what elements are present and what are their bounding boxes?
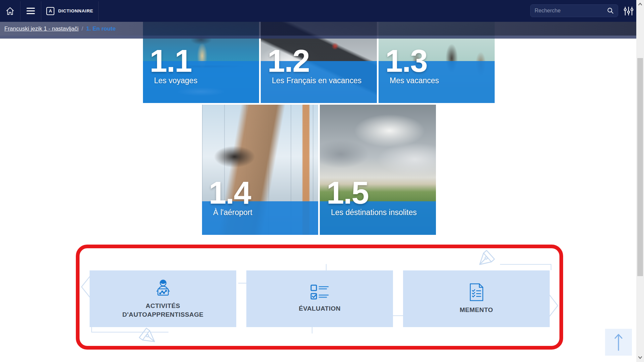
lesson-card[interactable]: 1.5 Les déstinations insolites xyxy=(320,105,436,235)
page: 1.1 Les voyages 1.2 Les Français en vaca… xyxy=(0,0,644,362)
lesson-card[interactable]: 1.4 À l'aéroport xyxy=(202,105,318,235)
navbar-divider xyxy=(98,1,99,20)
scroll-top-button[interactable] xyxy=(605,329,632,356)
lesson-title: À l'aéroport xyxy=(213,208,252,217)
action-label: ÉVALUATION xyxy=(299,304,341,313)
home-icon xyxy=(6,7,14,15)
scrollbar[interactable] xyxy=(636,0,644,362)
dictionary-a-icon: A xyxy=(46,7,54,15)
breadcrumb-bottom-strip xyxy=(0,36,636,39)
scrollbar-down-icon[interactable] xyxy=(636,354,644,361)
checklist-icon xyxy=(310,285,329,300)
menu-icon xyxy=(27,8,35,14)
dictionary-label: DICTIONNAIRE xyxy=(58,8,93,13)
action-label: MEMENTO xyxy=(460,306,493,314)
lesson-title: Mes vacances xyxy=(390,76,439,85)
deco-rectangle-outline xyxy=(91,327,168,332)
breadcrumb: Francuski jezik 1 - nastavljači / 1. En … xyxy=(0,22,636,36)
search-icon[interactable] xyxy=(607,7,614,14)
breadcrumb-separator: / xyxy=(82,25,83,32)
pen-nib-icon xyxy=(478,248,497,268)
student-tablet-icon xyxy=(153,278,173,297)
lesson-title: Les déstinations insolites xyxy=(331,208,417,217)
scrollbar-thumb[interactable] xyxy=(637,58,643,276)
dictionary-button[interactable]: A DICTIONNAIRE xyxy=(41,0,98,22)
lesson-number: 1.3 xyxy=(385,45,427,77)
breadcrumb-course-link[interactable]: Francuski jezik 1 - nastavljači xyxy=(4,25,79,32)
lesson-number: 1.1 xyxy=(150,45,192,77)
scrollbar-up-icon[interactable] xyxy=(636,1,644,7)
lesson-number: 1.4 xyxy=(209,177,251,209)
document-checklist-icon xyxy=(469,283,484,301)
sliders-icon xyxy=(624,6,634,16)
connector-line xyxy=(392,315,403,316)
lesson-title: Les voyages xyxy=(154,76,197,85)
lesson-number: 1.5 xyxy=(327,177,368,209)
search-input[interactable] xyxy=(535,8,607,14)
breadcrumb-current: 1. En route xyxy=(86,25,116,32)
connector-line xyxy=(312,327,312,333)
action-label: ACTIVITÉS D'AUTOAPPRENTISSAGE xyxy=(122,302,204,319)
evaluation-button[interactable]: ÉVALUATION xyxy=(246,270,393,327)
filters-button[interactable] xyxy=(622,5,635,17)
connector-line xyxy=(326,264,327,270)
arrow-up-icon xyxy=(612,333,625,352)
connector-line xyxy=(238,283,247,283)
pen-nib-icon xyxy=(136,325,157,346)
lesson-title: Les Français en vacances xyxy=(272,76,361,85)
deco-rectangle-outline xyxy=(500,264,551,270)
menu-button[interactable] xyxy=(20,0,41,22)
lesson-number: 1.2 xyxy=(267,45,309,77)
home-button[interactable] xyxy=(0,0,20,22)
search-box xyxy=(530,4,618,17)
navbar: A DICTIONNAIRE xyxy=(0,0,636,22)
chevron-right-deco xyxy=(548,293,559,318)
activities-button[interactable]: ACTIVITÉS D'AUTOAPPRENTISSAGE xyxy=(90,270,236,327)
memento-button[interactable]: MEMENTO xyxy=(403,270,550,327)
